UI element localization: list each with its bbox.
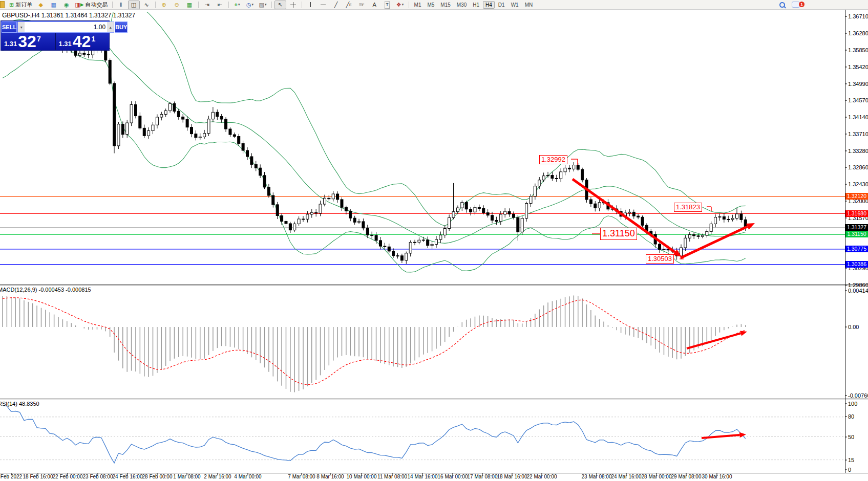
buy-button[interactable]: BUY [115,21,128,33]
timeframe-m15[interactable]: M15 [438,1,453,9]
indicator-tick-label: 50 [848,434,854,440]
shapes-button[interactable]: ❖▾ [394,1,406,9]
chevron-down-icon: ▾ [265,3,267,7]
cursor-icon: ↖ [278,2,282,8]
price-tick-label: 1.34140 [848,114,868,120]
timeframe-m30[interactable]: M30 [454,1,469,9]
text-tool-button[interactable]: A [369,1,380,9]
timeframe-d1[interactable]: D1 [496,1,507,9]
new-order-icon: ⊞ [9,2,14,8]
chevron-down-icon: ▾ [252,3,254,7]
separator [271,2,272,8]
line-chart-icon: ∿ [144,2,149,8]
autotrading-button[interactable]: ◨ ▶ 自动交易 [73,1,109,9]
text-tool-icon: A [372,2,376,8]
zoom-out-icon: ⊖ [174,2,179,8]
toolbar: ⊞ 新订单 ◆ ▦ ◉ ◨ ▶ 自动交易 ‖ ◫ ∿ ⊕ ⊖ ▦ ⇥ ⇤ +▾ … [0,0,868,10]
timeframe-w1[interactable]: W1 [509,1,521,9]
search-button[interactable] [776,1,788,9]
vertical-line-button[interactable] [305,1,316,9]
volume-decrease-button[interactable]: ▼ [18,22,25,32]
price-annotation[interactable]: 1.32992 [539,155,567,164]
bar-chart-button[interactable]: ‖ [115,1,127,9]
timeframe-h1[interactable]: H1 [470,1,482,9]
indicators-icon: + [235,2,238,8]
timeframe-h4[interactable]: H4 [483,1,495,9]
horizontal-line-icon [321,5,326,5]
indicators-button[interactable]: +▾ [231,1,243,9]
market-watch-button[interactable]: ▦ [48,1,59,9]
fibonacci-button[interactable]: ≡F [356,1,368,9]
chart-shift-icon: ⇤ [217,2,222,8]
periods-button[interactable]: ◷▾ [244,1,256,9]
price-annotation[interactable]: 1.31150 [600,228,637,240]
periods-icon: ◷ [246,2,251,8]
crosshair-icon [290,2,296,8]
indicator-tick-label: 0 [848,467,851,473]
indicator-tick-label: -0.007664 [848,392,868,399]
label-tool-icon: T [385,1,390,9]
zoom-in-button[interactable]: ⊕ [158,1,170,9]
crosshair-button[interactable] [287,1,299,9]
one-click-trading-panel: SELL ▼ ▲ BUY 1.31 32 7 1.31 42 1 [1,21,109,50]
horizontal-line-button[interactable] [317,1,329,9]
volume-increase-button[interactable]: ▲ [107,22,114,32]
time-tick-label: 4 Mar 00:00 [223,474,272,479]
volume-control: ▼ ▲ [17,21,114,33]
notifications-button[interactable]: 1 [790,1,801,9]
price-tick-label: 1.33280 [848,148,868,154]
auto-scroll-icon: ⇥ [204,2,209,8]
indicator-tick-label: 15 [848,457,854,463]
trendline-button[interactable]: ╱ [330,1,342,9]
equidistant-channel-button[interactable]: ╱E [343,1,355,9]
autotrading-play-icon: ▶ [80,2,84,8]
cursor-button[interactable]: ↖ [274,1,286,9]
timeframe-m5[interactable]: M5 [425,1,437,9]
timeframe-mn[interactable]: MN [522,1,536,9]
sell-button[interactable]: SELL [2,21,17,33]
zoom-out-button[interactable]: ⊖ [171,1,183,9]
price-level-label: 1.31327 [845,224,868,231]
navigator-icon: ◉ [64,2,69,8]
tile-windows-button[interactable]: ▦ [184,1,196,9]
volume-input[interactable] [25,22,107,32]
navigator-button[interactable]: ◉ [60,1,72,9]
rsi-indicator-label: RSI(14) 48.8350 [0,401,39,407]
line-chart-button[interactable]: ∿ [141,1,153,9]
price-tick-label: 1.32860 [848,164,868,170]
buy-price-sup: 1 [91,35,95,43]
chart-canvas[interactable] [0,0,868,481]
indicator-tick-label: 100 [848,401,857,407]
label-tool-button[interactable]: T [382,1,393,9]
profiles-button[interactable]: ◆ [35,1,47,9]
fibonacci-letter: F [362,3,364,7]
new-order-button[interactable]: ⊞ 新订单 [8,1,34,9]
candlestick-chart-button[interactable]: ◫ [128,1,140,9]
bar-chart-icon: ‖ [120,2,122,8]
price-tick-label: 1.34570 [848,97,868,103]
sell-price-big: 32 [18,34,36,49]
candlestick-chart-icon: ◫ [131,2,136,8]
templates-button[interactable]: ▧▾ [257,1,269,9]
indicator-tick-label: 0.004144 [848,288,868,294]
separator [409,2,409,8]
price-tick-label: 1.36710 [848,13,868,19]
separator [155,2,156,8]
sell-price-small: 1.31 [4,40,17,48]
shapes-icon: ❖ [396,2,401,8]
price-annotation[interactable]: 1.30503 [646,254,674,264]
buy-price-display[interactable]: 1.31 42 1 [55,33,110,50]
sell-price-display[interactable]: 1.31 32 7 [1,33,55,50]
chevron-down-icon: ▾ [402,3,404,7]
auto-scroll-button[interactable]: ⇥ [201,1,213,9]
price-annotation[interactable]: 1.31823 [674,203,702,212]
market-watch-icon: ▦ [51,2,56,8]
indicator-tick-label: 80 [848,413,854,420]
chart-shift-button[interactable]: ⇤ [214,1,226,9]
price-tick-label: 1.36280 [848,30,868,36]
price-level-label: 1.30775 [845,246,868,252]
timeframe-group: M1M5M15M30H1H4D1W1MN [411,1,536,9]
price-level-label: 1.32120 [845,193,868,200]
timeframe-m1[interactable]: M1 [412,1,424,9]
autotrading-label: 自动交易 [86,1,108,9]
